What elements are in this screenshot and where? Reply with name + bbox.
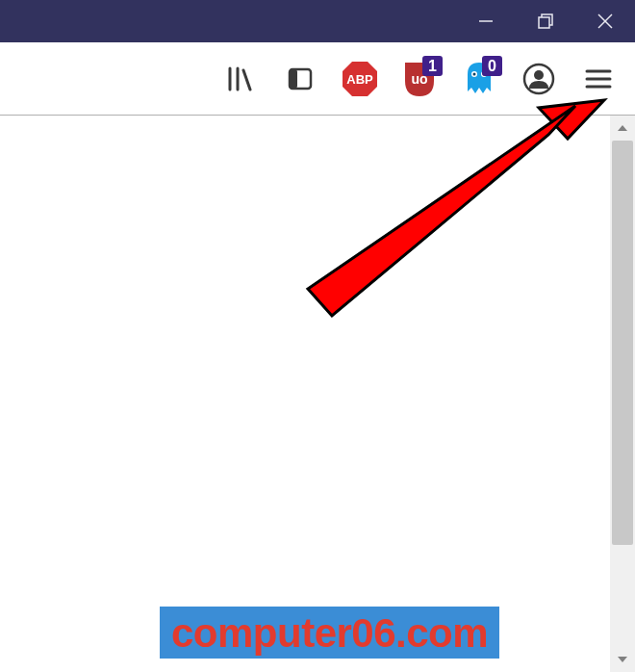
ublock-badge: 1: [422, 56, 443, 76]
browser-toolbar: ABP uo 1 0: [0, 42, 635, 116]
scroll-down-button[interactable]: [610, 647, 635, 672]
page-content: [0, 116, 635, 672]
menu-button[interactable]: [572, 52, 625, 106]
scroll-thumb[interactable]: [612, 141, 633, 545]
svg-point-18: [534, 70, 544, 80]
watermark-text: computer06.com: [171, 610, 488, 656]
chevron-down-icon: [617, 654, 628, 665]
sidebars-icon: [285, 64, 316, 94]
close-button[interactable]: [575, 0, 635, 42]
hamburger-icon: [582, 63, 615, 95]
sidebars-button[interactable]: [273, 52, 327, 106]
ublock-button[interactable]: uo 1: [393, 52, 446, 106]
minimize-button[interactable]: [456, 0, 516, 42]
restore-icon: [537, 13, 554, 30]
scroll-track[interactable]: [610, 141, 635, 647]
window-titlebar: [0, 0, 635, 42]
restore-button[interactable]: [516, 0, 575, 42]
chevron-up-icon: [617, 122, 628, 134]
vertical-scrollbar[interactable]: [610, 116, 635, 672]
svg-rect-2: [539, 17, 549, 28]
profile-button[interactable]: [512, 52, 566, 106]
scroll-up-button[interactable]: [610, 116, 635, 141]
profile-icon: [521, 62, 556, 96]
svg-marker-23: [618, 657, 627, 662]
adblock-plus-button[interactable]: ABP: [333, 52, 387, 106]
library-icon: [224, 63, 257, 95]
abp-icon: ABP: [340, 59, 380, 99]
library-button[interactable]: [214, 52, 267, 106]
watermark: computer06.com: [160, 607, 499, 659]
ghostery-badge: 0: [482, 56, 502, 76]
svg-text:ABP: ABP: [346, 72, 373, 87]
minimize-icon: [477, 13, 495, 30]
svg-point-15: [473, 72, 476, 75]
svg-line-7: [243, 70, 250, 90]
svg-rect-9: [290, 69, 297, 89]
close-icon: [596, 12, 615, 31]
svg-marker-22: [618, 125, 627, 131]
ghostery-button[interactable]: 0: [452, 52, 506, 106]
